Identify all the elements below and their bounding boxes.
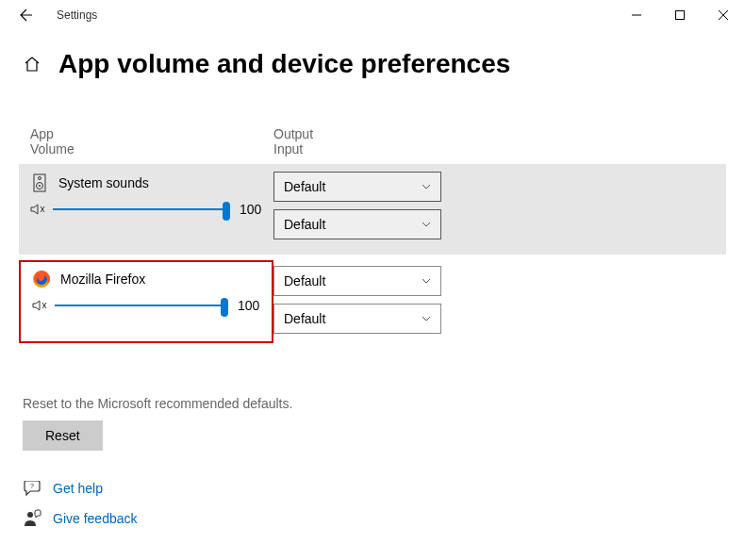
dropdown-value: Default	[284, 311, 325, 326]
chevron-down-icon	[422, 184, 431, 189]
app-name: Mozilla Firefox	[60, 272, 145, 287]
svg-text:?: ?	[30, 483, 34, 489]
minimize-icon	[632, 10, 641, 20]
feedback-person-icon	[23, 509, 41, 528]
chevron-down-icon	[422, 278, 431, 284]
window-title: Settings	[57, 8, 97, 22]
close-button[interactable]	[702, 0, 745, 30]
volume-value: 100	[240, 202, 266, 217]
dropdown-value: Default	[284, 217, 325, 232]
links-section: ? Get help Give feedback	[19, 481, 726, 528]
svg-point-4	[39, 185, 41, 187]
back-button[interactable]	[11, 0, 41, 30]
page-header: App volume and device preferences	[0, 30, 745, 89]
home-icon[interactable]	[23, 55, 41, 74]
svg-point-8	[27, 512, 33, 518]
reset-description: Reset to the Microsoft recommended defau…	[23, 396, 726, 411]
volume-slider[interactable]	[55, 296, 228, 315]
titlebar: Settings	[0, 0, 745, 30]
give-feedback-link[interactable]: Give feedback	[53, 511, 138, 526]
speaker-device-icon	[30, 173, 49, 192]
content: App Volume Output Input System sounds	[0, 89, 745, 528]
chevron-down-icon	[422, 222, 431, 227]
svg-point-2	[39, 177, 41, 180]
column-headers: App Volume Output Input	[19, 126, 726, 156]
col-output-label: Output	[273, 126, 462, 141]
arrow-left-icon	[19, 8, 34, 23]
volume-slider[interactable]	[53, 200, 230, 219]
col-input-label: Input	[273, 141, 462, 156]
col-app-label: App	[30, 126, 273, 141]
maximize-icon	[675, 10, 685, 20]
dropdown-value: Default	[284, 273, 325, 288]
output-dropdown[interactable]: Default	[273, 172, 441, 202]
input-dropdown[interactable]: Default	[273, 304, 441, 334]
mute-icon[interactable]	[32, 299, 49, 312]
app-row-system-sounds: System sounds 100 Default Default	[19, 164, 726, 255]
reset-section: Reset to the Microsoft recommended defau…	[19, 396, 726, 451]
app-row-firefox: Mozilla Firefox 100	[19, 260, 273, 343]
page-title: App volume and device preferences	[58, 49, 510, 79]
svg-rect-0	[676, 11, 685, 20]
volume-value: 100	[238, 298, 264, 313]
maximize-button[interactable]	[658, 0, 702, 30]
output-dropdown[interactable]: Default	[273, 266, 441, 296]
reset-button[interactable]: Reset	[23, 420, 103, 451]
window-controls	[615, 0, 745, 30]
minimize-button[interactable]	[615, 0, 658, 30]
input-dropdown[interactable]: Default	[273, 209, 441, 239]
mute-icon[interactable]	[30, 203, 47, 216]
close-icon	[719, 10, 728, 20]
chat-help-icon: ?	[23, 481, 41, 496]
app-name: System sounds	[58, 175, 149, 190]
dropdown-value: Default	[284, 179, 325, 194]
firefox-icon	[32, 270, 51, 288]
col-volume-label: Volume	[30, 141, 273, 156]
chevron-down-icon	[422, 316, 431, 321]
get-help-link[interactable]: Get help	[53, 481, 103, 496]
